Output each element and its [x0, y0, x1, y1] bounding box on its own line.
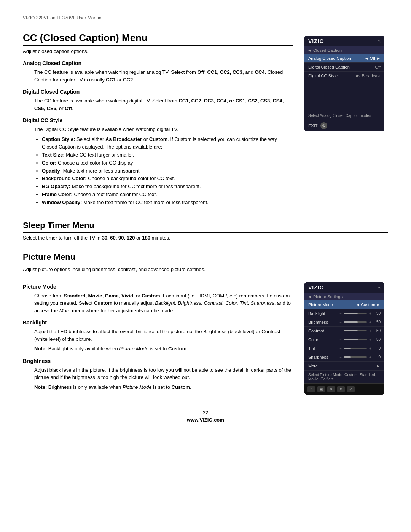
contrast-value: 50	[374, 329, 381, 333]
picture-tv-panel: VIZIO ⌂ ◄ Picture Settings Picture Mode …	[304, 282, 384, 395]
color-slider-track: － ＋ 50	[339, 337, 381, 342]
home-icon: ⌂	[378, 38, 381, 44]
brightness-slider-bar	[344, 321, 367, 323]
picture-home-icon: ⌂	[378, 284, 381, 291]
list-item: BG Opacity: Make the background for CC t…	[42, 183, 293, 191]
picture-bottom-bar: ☆ ▣ ✪ ✕ ⊙	[304, 383, 384, 395]
brightness-minus-icon: －	[339, 320, 342, 325]
brightness-slider-label: Brightness	[308, 320, 328, 324]
more-label: More	[308, 364, 318, 368]
list-item: Opacity: Make text more or less transpar…	[42, 167, 293, 175]
digital-heading: Digital Closed Caption	[23, 89, 293, 95]
backlight-body: Adjust the LED brightness to affect the …	[34, 328, 293, 343]
color-slider-fill	[344, 339, 358, 340]
tint-slider-label: Tint	[308, 346, 315, 351]
bottom-icon-x[interactable]: ✕	[337, 386, 345, 392]
sharpness-slider-label: Sharpness	[308, 355, 328, 359]
bottom-icon-star[interactable]: ☆	[307, 386, 315, 392]
bottom-icon-circle[interactable]: ✪	[327, 386, 335, 392]
cc-tv-panel-col: VIZIO ⌂ ◄ Closed Caption Analog Closed C…	[304, 32, 388, 209]
more-arrow-icon: ►	[376, 363, 381, 369]
cc-panel-header: VIZIO ⌂	[304, 36, 384, 46]
tint-value: 0	[374, 346, 381, 350]
backlight-slider-row[interactable]: Backlight － ＋ 50	[304, 309, 384, 318]
page-header: VIZIO 320VL and E370VL User Manual	[23, 15, 388, 21]
vizio-logo: VIZIO	[308, 38, 324, 44]
exit-label: EXIT	[308, 123, 317, 128]
cc-section: CC (Closed Caption) Menu Adjust closed c…	[23, 32, 388, 209]
more-row[interactable]: More ►	[304, 362, 384, 370]
contrast-slider-row[interactable]: Contrast － ＋ 50	[304, 327, 384, 335]
list-item: Window Opacity: Make the text frame for …	[42, 199, 293, 207]
cc-footer-text: Select Analog Closed Caption modes	[308, 113, 371, 118]
backlight-slider-fill	[344, 313, 358, 314]
nav-arrow-icon: ◄	[307, 48, 312, 53]
color-slider-row[interactable]: Color － ＋ 50	[304, 335, 384, 344]
backlight-note: Note: Backlight is only available when P…	[34, 345, 293, 353]
sleep-body: Select the timer to turn off the TV in 3…	[23, 235, 388, 241]
cc-menu-item-digital[interactable]: Digital Closed Caption Off	[304, 63, 384, 72]
website: www.VIZIO.com	[23, 417, 388, 423]
cc-panel-nav-label: Closed Caption	[313, 48, 342, 53]
sharpness-slider-bar	[344, 356, 367, 358]
list-item: Frame Color: Choose a text frame color f…	[42, 191, 293, 199]
backlight-slider-label: Backlight	[308, 311, 325, 316]
list-item: Color: Choose a text color for CC displa…	[42, 159, 293, 167]
sharpness-plus-icon: ＋	[368, 355, 372, 360]
list-item: Background Color: Choose a background co…	[42, 175, 293, 183]
cc-menu-item-analog[interactable]: Analog Closed Caption ◄ Off ►	[304, 54, 384, 63]
picture-panel-footer: Select Picture Mode: Custom, Standard, M…	[304, 370, 384, 383]
exit-icon[interactable]: ⚙	[320, 122, 327, 129]
bottom-icon-dot[interactable]: ⊙	[347, 386, 355, 392]
cc-panel-footer: Select Analog Closed Caption modes	[304, 111, 384, 120]
digital-cc-label: Digital Closed Caption	[308, 65, 350, 69]
picture-footer-text: Select Picture Mode: Custom, Standard, M…	[308, 373, 376, 381]
backlight-plus-icon: ＋	[368, 311, 372, 316]
sharpness-slider-row[interactable]: Sharpness － ＋ 0	[304, 353, 384, 362]
cc-subtitle: Adjust closed caption options.	[23, 48, 293, 54]
picture-mode-row[interactable]: Picture Mode ◄ Custom ►	[304, 300, 384, 309]
color-value: 50	[374, 337, 381, 342]
header-text: VIZIO 320VL and E370VL User Manual	[23, 15, 102, 21]
picture-panel-header: VIZIO ⌂	[304, 282, 384, 293]
digital-cc-style-value: As Broadcast	[356, 73, 381, 78]
sleep-section: Sleep Timer Menu Select the timer to tur…	[23, 220, 388, 241]
digital-cc-style-heading: Digital CC Style	[23, 117, 293, 123]
page-number: 32	[23, 410, 388, 415]
contrast-slider-label: Contrast	[308, 329, 324, 333]
list-item: Caption Style: Select either As Broadcas…	[42, 136, 293, 152]
brightness-slider-row[interactable]: Brightness － ＋ 50	[304, 318, 384, 327]
picture-vizio-logo: VIZIO	[308, 284, 324, 291]
picture-two-col: Picture Mode Choose from Standard, Movie…	[23, 278, 388, 395]
color-plus-icon: ＋	[368, 337, 372, 342]
brightness-value: 50	[374, 320, 381, 324]
color-minus-icon: －	[339, 337, 342, 342]
backlight-slider-bar	[344, 313, 367, 314]
contrast-slider-track: － ＋ 50	[339, 328, 381, 334]
picture-nav-arrow-icon: ◄	[307, 294, 312, 299]
bottom-icon-grid[interactable]: ▣	[317, 386, 325, 392]
brightness-slider-track: － ＋ 50	[339, 320, 381, 325]
picture-title: Picture Menu	[23, 252, 388, 264]
tint-slider-track: － ＋ 0	[339, 346, 381, 351]
tint-slider-row[interactable]: Tint － ＋ 0	[304, 344, 384, 353]
cc-panel-nav: ◄ Closed Caption	[304, 46, 384, 54]
cc-panel-exit: EXIT ⚙	[304, 120, 384, 131]
cc-menu-item-style[interactable]: Digital CC Style As Broadcast	[304, 72, 384, 80]
digital-cc-style-label: Digital CC Style	[308, 73, 338, 78]
color-slider-label: Color	[308, 337, 318, 342]
digital-cc-style-intro: The Digital CC Style feature is availabl…	[34, 126, 293, 133]
picture-mode-heading: Picture Mode	[23, 284, 293, 290]
analog-cc-label: Analog Closed Caption	[308, 56, 351, 61]
picture-section: Picture Menu Adjust picture options incl…	[23, 252, 388, 395]
digital-body: The CC feature is available when watchin…	[34, 97, 293, 112]
contrast-slider-bar	[344, 330, 367, 331]
analog-body: The CC feature is available when watchin…	[34, 69, 293, 83]
backlight-slider-track: － ＋ 50	[339, 311, 381, 316]
sleep-title: Sleep Timer Menu	[23, 220, 388, 233]
analog-cc-value: ◄ Off ►	[365, 56, 381, 61]
picture-subtitle: Adjust picture options including brightn…	[23, 267, 388, 272]
contrast-plus-icon: ＋	[368, 328, 372, 334]
sharpness-slider-track: － ＋ 0	[339, 355, 381, 360]
tint-plus-icon: ＋	[368, 346, 372, 351]
